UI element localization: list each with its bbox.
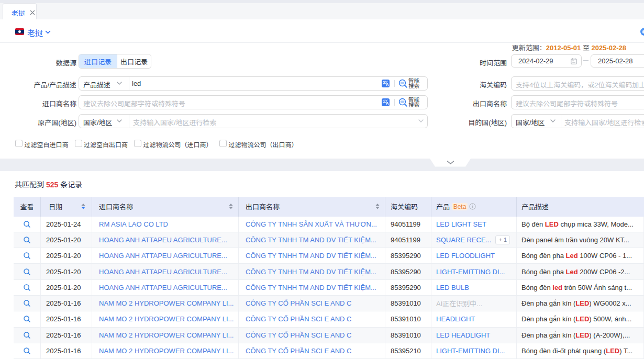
svg-text:A: A [386,101,389,106]
svg-text:A: A [386,82,389,87]
